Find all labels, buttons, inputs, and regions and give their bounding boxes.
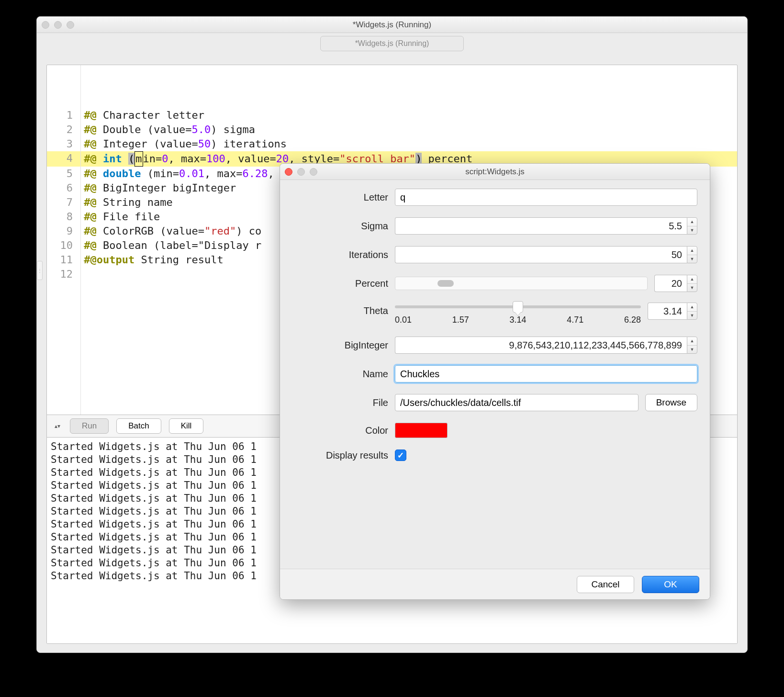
batch-button[interactable]: Batch — [116, 418, 161, 434]
iterations-spinner[interactable]: 50 ▲▼ — [395, 246, 697, 263]
theta-label: Theta — [292, 304, 388, 316]
line-number: 4 — [47, 151, 78, 167]
percent-scrollbar-thumb[interactable] — [437, 280, 454, 287]
iterations-value[interactable]: 50 — [395, 246, 687, 263]
sigma-label: Sigma — [292, 221, 388, 232]
dialog-titlebar[interactable]: script:Widgets.js — [280, 164, 710, 180]
line-number: 7 — [47, 195, 78, 210]
dialog-title: script:Widgets.js — [280, 167, 710, 177]
line-number: 10 — [47, 238, 78, 253]
code-text[interactable]: #@ Boolean (label="Display r — [78, 238, 261, 253]
biginteger-stepper-arrows[interactable]: ▲▼ — [687, 337, 697, 354]
minimize-icon[interactable] — [297, 168, 305, 176]
dialog-body: Letter Sigma 5.5 ▲▼ Iterations 50 ▲▼ Per… — [280, 180, 710, 569]
sigma-value[interactable]: 5.5 — [395, 217, 687, 235]
chevron-down-icon[interactable]: ▼ — [687, 226, 697, 235]
biginteger-label: BigInteger — [292, 340, 388, 351]
code-line[interactable]: 2 #@ Double (value=5.0) sigma — [47, 123, 737, 137]
chevron-up-icon[interactable]: ▲ — [687, 218, 697, 226]
minimize-icon[interactable] — [54, 21, 62, 29]
main-titlebar[interactable]: *Widgets.js (Running) — [37, 17, 747, 33]
percent-stepper-arrows[interactable]: ▲▼ — [687, 275, 697, 292]
theta-slider-thumb[interactable] — [513, 301, 523, 313]
name-label: Name — [292, 369, 388, 380]
chevron-up-icon[interactable]: ▲ — [687, 275, 697, 284]
letter-field[interactable] — [395, 189, 697, 206]
code-text[interactable]: #@output String result — [78, 253, 224, 267]
theta-slider[interactable]: 0.011.573.144.716.28 — [395, 304, 641, 325]
theta-value[interactable]: 3.14 — [648, 303, 687, 320]
percent-scrollbar[interactable] — [395, 277, 648, 290]
line-number: 1 — [47, 108, 78, 123]
code-text[interactable]: #@ Character letter — [78, 108, 204, 123]
chevron-down-icon[interactable]: ▼ — [687, 346, 697, 354]
line-number: 11 — [47, 253, 78, 267]
code-text[interactable]: #@ Double (value=5.0) sigma — [78, 123, 255, 137]
script-dialog: script:Widgets.js Letter Sigma 5.5 ▲▼ It… — [280, 163, 710, 600]
chevron-down-icon[interactable]: ▼ — [687, 255, 697, 263]
theta-stepper-arrows[interactable]: ▲▼ — [687, 303, 697, 320]
percent-label: Percent — [292, 278, 388, 289]
document-tab[interactable]: *Widgets.js (Running) — [320, 36, 464, 51]
display-results-label: Display results — [292, 450, 388, 461]
code-text[interactable]: #@ String name — [78, 195, 173, 210]
biginteger-spinner[interactable]: 9,876,543,210,112,233,445,566,778,899 ▲▼ — [395, 337, 697, 354]
color-label: Color — [292, 425, 388, 436]
zoom-icon[interactable] — [310, 168, 317, 176]
dialog-footer: Cancel OK — [280, 569, 710, 599]
line-number: 6 — [47, 181, 78, 195]
line-number: 2 — [47, 123, 78, 137]
browse-button[interactable]: Browse — [645, 394, 697, 411]
line-number: 3 — [47, 137, 78, 151]
line-number: 12 — [47, 267, 78, 281]
chevron-down-icon[interactable]: ▼ — [687, 284, 697, 292]
theta-tick: 0.01 — [395, 315, 412, 325]
document-tab-label: *Widgets.js (Running) — [355, 39, 429, 48]
theta-tick: 6.28 — [624, 315, 641, 325]
percent-spinner[interactable]: 20 ▲▼ — [654, 275, 697, 292]
toolbar-handle-icon: ▴▾ — [55, 423, 60, 429]
theta-spinner[interactable]: 3.14 ▲▼ — [648, 303, 697, 320]
code-text[interactable]: #@ File file — [78, 210, 160, 224]
chevron-up-icon[interactable]: ▲ — [687, 247, 697, 255]
code-text[interactable]: #@ ColorRGB (value="red") co — [78, 224, 261, 238]
split-drag-handle[interactable]: ⋮ — [37, 261, 43, 280]
line-number: 8 — [47, 210, 78, 224]
code-line[interactable]: 1 #@ Character letter — [47, 108, 737, 123]
code-text[interactable]: #@ Integer (value=50) iterations — [78, 137, 287, 151]
line-number: 5 — [47, 167, 78, 181]
kill-button[interactable]: Kill — [169, 418, 204, 434]
theta-tick: 3.14 — [509, 315, 526, 325]
dialog-traffic-lights — [285, 168, 317, 176]
theta-tick: 1.57 — [452, 315, 469, 325]
sigma-stepper-arrows[interactable]: ▲▼ — [687, 217, 697, 235]
theta-tick: 4.71 — [567, 315, 583, 325]
code-text[interactable]: #@ BigInteger bigInteger — [78, 181, 236, 195]
cancel-button[interactable]: Cancel — [577, 576, 634, 593]
biginteger-value[interactable]: 9,876,543,210,112,233,445,566,778,899 — [395, 337, 687, 354]
iterations-stepper-arrows[interactable]: ▲▼ — [687, 246, 697, 263]
name-field[interactable] — [395, 365, 697, 382]
chevron-up-icon[interactable]: ▲ — [687, 303, 697, 312]
run-button[interactable]: Run — [70, 418, 109, 434]
zoom-icon[interactable] — [67, 21, 74, 29]
letter-label: Letter — [292, 192, 388, 203]
main-window-title: *Widgets.js (Running) — [37, 20, 747, 30]
iterations-label: Iterations — [292, 249, 388, 260]
sigma-spinner[interactable]: 5.5 ▲▼ — [395, 217, 697, 235]
code-line[interactable]: 3 #@ Integer (value=50) iterations — [47, 137, 737, 151]
display-results-checkbox[interactable]: ✓ — [395, 450, 406, 461]
main-traffic-lights — [42, 21, 74, 29]
color-swatch[interactable] — [395, 423, 448, 438]
percent-value[interactable]: 20 — [654, 275, 687, 292]
chevron-down-icon[interactable]: ▼ — [687, 312, 697, 320]
close-icon[interactable] — [42, 21, 49, 29]
line-number: 9 — [47, 224, 78, 238]
chevron-up-icon[interactable]: ▲ — [687, 337, 697, 346]
close-icon[interactable] — [285, 168, 292, 176]
ok-button[interactable]: OK — [642, 576, 699, 593]
file-label: File — [292, 397, 388, 408]
file-field[interactable] — [395, 394, 638, 411]
theta-tick-labels: 0.011.573.144.716.28 — [395, 315, 641, 325]
